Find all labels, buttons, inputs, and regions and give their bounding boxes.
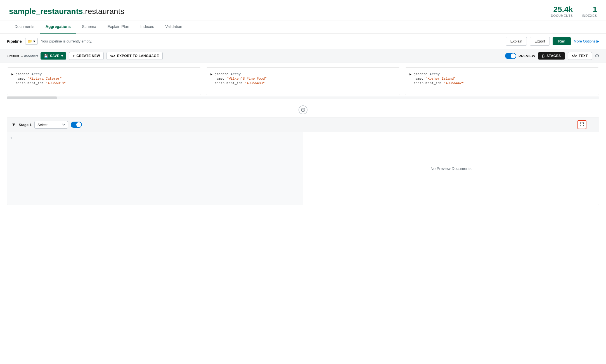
- card1-id-line: restaurant_id: "40356018": [11, 81, 197, 85]
- documents-stat: 25.4k DOCUMENTS: [551, 6, 573, 17]
- expand-arrow-icon[interactable]: ▶: [409, 72, 411, 76]
- card3-grades-line: ▶ grades: Array: [409, 72, 595, 76]
- stage-preview: No Preview Documents: [303, 132, 599, 205]
- tabs-bar: Documents Aggregations Schema Explain Pl…: [0, 20, 606, 34]
- chevron-down-icon: ▾: [33, 39, 35, 43]
- indexes-label: INDEXES: [582, 14, 597, 17]
- app-header: sample_restaurants.restaurants 25.4k DOC…: [0, 0, 606, 20]
- scrollbar-thumb[interactable]: [7, 96, 57, 99]
- card3-name-line: name: "Kosher Island": [409, 77, 595, 81]
- editor-line-1: 1: [7, 136, 303, 141]
- save-button[interactable]: 💾 SAVE ▾: [41, 52, 66, 60]
- code-icon: </>: [110, 54, 115, 58]
- stage-controls-left: Untitled – modified 💾 SAVE ▾ + CREATE NE…: [7, 52, 163, 60]
- indexes-stat: 1 INDEXES: [582, 6, 597, 17]
- fullscreen-button[interactable]: [577, 120, 586, 129]
- collection-name: .restaurants: [83, 7, 124, 16]
- save-chevron-icon: ▾: [61, 54, 63, 58]
- stages-button[interactable]: {} STAGES: [538, 52, 565, 60]
- tab-indexes[interactable]: Indexes: [135, 20, 160, 34]
- add-stage-row: ⊕: [0, 103, 606, 117]
- preview-label: PREVIEW: [519, 54, 535, 58]
- tab-validation[interactable]: Validation: [160, 20, 188, 34]
- chevron-down-icon: ▼: [11, 122, 16, 127]
- export-button[interactable]: Export: [530, 37, 550, 46]
- plus-icon: +: [73, 54, 75, 58]
- horizontal-scrollbar[interactable]: [7, 96, 599, 99]
- indexes-count: 1: [582, 6, 597, 13]
- expand-arrow-icon[interactable]: ▶: [11, 72, 13, 76]
- more-options-button[interactable]: More Options ▶: [574, 39, 599, 43]
- stage-type-select[interactable]: Select $match $group $project $sort $lim…: [34, 121, 68, 129]
- card2-name-line: name: "Wilken'S Fine Food": [210, 77, 396, 81]
- explain-button[interactable]: Explain: [506, 37, 527, 46]
- add-stage-button[interactable]: ⊕: [299, 105, 307, 114]
- pipeline-left: Pipeline 📁 ▾ Your pipeline is currently …: [7, 38, 92, 45]
- curly-braces-icon: {}: [542, 54, 545, 58]
- code-slash-icon: </>: [572, 54, 577, 58]
- line-number: 1: [7, 136, 18, 140]
- stage-enable-toggle[interactable]: [71, 122, 82, 128]
- tab-explain-plan[interactable]: Explain Plan: [102, 20, 135, 34]
- add-circle-icon: ⊕: [300, 106, 306, 114]
- collection-title: sample_restaurants.restaurants: [9, 7, 124, 16]
- save-icon: 💾: [44, 54, 48, 58]
- text-view-button[interactable]: </> TEXT: [568, 52, 592, 60]
- preview-toggle-switch[interactable]: [505, 53, 516, 59]
- documents-count: 25.4k: [551, 6, 573, 13]
- stage-editor[interactable]: 1: [7, 132, 303, 205]
- run-button[interactable]: Run: [553, 37, 571, 45]
- pipeline-toolbar: Pipeline 📁 ▾ Your pipeline is currently …: [0, 34, 606, 49]
- pipeline-empty-message: Your pipeline is currently empty.: [41, 39, 92, 43]
- stage-1-header: ▼ Stage 1 Select $match $group $project …: [7, 117, 599, 132]
- pipeline-right: Explain Export Run More Options ▶: [506, 37, 599, 46]
- preview-area: ▶ grades: Array name: "Riviera Caterer" …: [0, 63, 606, 103]
- card2-id-line: restaurant_id: "40356483": [210, 81, 396, 85]
- tab-schema[interactable]: Schema: [76, 20, 102, 34]
- stage-controls-bar: Untitled – modified 💾 SAVE ▾ + CREATE NE…: [0, 49, 606, 63]
- db-name: sample_restaurants: [9, 7, 83, 16]
- fullscreen-icon: [580, 122, 584, 127]
- tab-documents[interactable]: Documents: [9, 20, 40, 34]
- stage-body: 1 No Preview Documents: [7, 132, 599, 205]
- card2-grades-line: ▶ grades: Array: [210, 72, 396, 76]
- header-stats: 25.4k DOCUMENTS 1 INDEXES: [551, 6, 597, 17]
- stage-more-button[interactable]: ···: [589, 122, 595, 128]
- expand-arrow-icon[interactable]: ▶: [210, 72, 212, 76]
- stage-label: Stage 1: [19, 123, 32, 127]
- untitled-label: Untitled – modified: [7, 54, 38, 58]
- stage-header-left: ▼ Stage 1 Select $match $group $project …: [11, 121, 82, 129]
- export-language-button[interactable]: </> EXPORT TO LANGUAGE: [106, 52, 163, 60]
- preview-card-1: ▶ grades: Array name: "Riviera Caterer" …: [7, 67, 201, 95]
- stage-controls-right: PREVIEW {} STAGES </> TEXT ⚙: [505, 52, 599, 60]
- stage-collapse-button[interactable]: ▼: [11, 122, 16, 127]
- gear-icon: ⚙: [595, 53, 599, 59]
- preview-card-3: ▶ grades: Array name: "Kosher Island" re…: [405, 67, 599, 95]
- no-preview-message: No Preview Documents: [430, 166, 471, 171]
- settings-button[interactable]: ⚙: [595, 53, 599, 59]
- card3-id-line: restaurant_id: "40356442": [409, 81, 595, 85]
- preview-toggle-group: PREVIEW: [505, 53, 535, 59]
- pipeline-label: Pipeline: [7, 39, 22, 44]
- create-new-button[interactable]: + CREATE NEW: [69, 52, 104, 60]
- tab-aggregations[interactable]: Aggregations: [40, 20, 76, 34]
- preview-cards: ▶ grades: Array name: "Riviera Caterer" …: [7, 67, 599, 95]
- ellipsis-icon: ···: [589, 122, 595, 127]
- folder-icon: 📁: [28, 39, 32, 43]
- preview-card-2: ▶ grades: Array name: "Wilken'S Fine Foo…: [206, 67, 400, 95]
- card1-name-line: name: "Riviera Caterer": [11, 77, 197, 81]
- stage-header-right: ···: [577, 120, 595, 129]
- card1-grades-line: ▶ grades: Array: [11, 72, 197, 76]
- stage-1-section: ▼ Stage 1 Select $match $group $project …: [7, 117, 599, 205]
- pipeline-folder-button[interactable]: 📁 ▾: [25, 38, 38, 45]
- documents-label: DOCUMENTS: [551, 14, 573, 17]
